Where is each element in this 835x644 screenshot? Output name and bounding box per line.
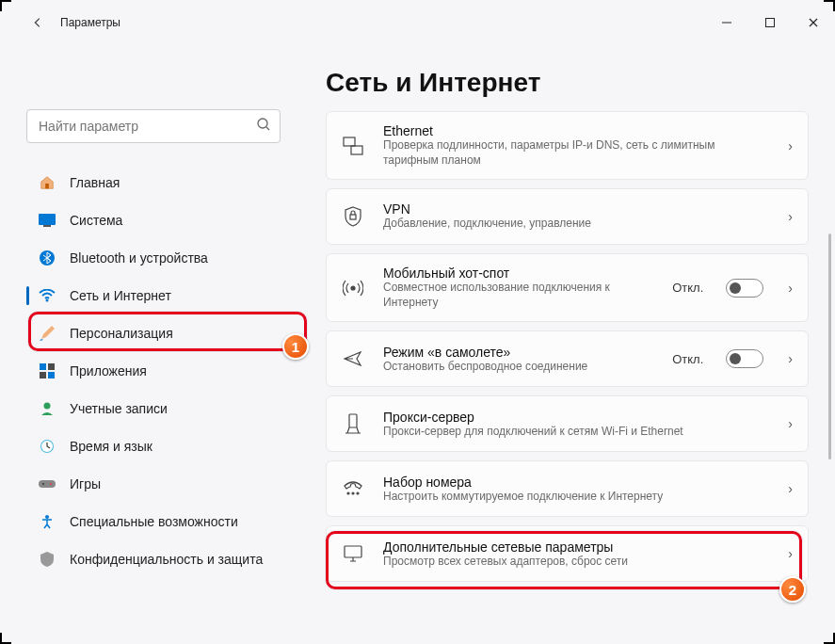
svg-point-8 (46, 299, 49, 302)
card-airplane[interactable]: Режим «в самолете» Остановить беспроводн… (326, 330, 809, 387)
card-desc: Прокси-сервер для подключений к сетям Wi… (383, 425, 771, 440)
chevron-right-icon: › (788, 138, 793, 153)
card-title: VPN (383, 201, 771, 217)
shield-icon (38, 550, 56, 569)
minimize-button[interactable] (705, 8, 748, 38)
svg-point-26 (352, 492, 354, 494)
sidebar-item-apps[interactable]: Приложения (26, 352, 294, 390)
hotspot-toggle[interactable] (726, 279, 763, 298)
sidebar-item-label: Система (70, 213, 122, 228)
card-hotspot[interactable]: Мобильный хот-спот Совместное использова… (326, 253, 809, 322)
apps-icon (38, 362, 56, 380)
toggle-state: Откл. (672, 352, 703, 366)
svg-point-25 (347, 492, 349, 494)
svg-rect-1 (766, 19, 775, 27)
svg-point-13 (44, 403, 51, 410)
svg-point-17 (42, 483, 44, 485)
home-icon (38, 173, 56, 192)
chevron-right-icon: › (788, 416, 793, 431)
system-icon (38, 211, 56, 230)
card-title: Прокси-сервер (383, 410, 771, 425)
card-title: Ethernet (383, 123, 771, 138)
sidebar-item-system[interactable]: Система (26, 201, 294, 239)
svg-rect-21 (351, 146, 362, 154)
scrollbar[interactable] (828, 233, 831, 459)
titlebar: Параметры (0, 0, 835, 45)
card-proxy[interactable]: Прокси-сервер Прокси-сервер для подключе… (326, 395, 809, 452)
svg-point-23 (351, 286, 355, 290)
card-title: Дополнительные сетевые параметры (383, 539, 771, 555)
sidebar-item-bluetooth[interactable]: Bluetooth и устройства (26, 239, 294, 277)
search-input[interactable] (26, 109, 281, 143)
sidebar-item-label: Bluetooth и устройства (70, 250, 208, 266)
page-title: Сеть и Интернет (326, 68, 809, 98)
chevron-right-icon: › (788, 481, 793, 496)
card-desc: Просмотр всех сетевых адаптеров, сброс с… (383, 555, 771, 570)
sidebar-item-network[interactable]: Сеть и Интернет (26, 277, 294, 314)
card-title: Набор номера (383, 475, 771, 490)
chevron-right-icon: › (788, 546, 793, 561)
svg-point-2 (258, 119, 267, 128)
sidebar-item-label: Конфиденциальность и защита (70, 552, 263, 567)
close-button[interactable] (792, 8, 835, 38)
clock-icon (38, 437, 56, 456)
card-vpn[interactable]: VPN Добавление, подключение, управление … (326, 188, 809, 245)
svg-line-3 (266, 127, 269, 130)
svg-rect-5 (39, 214, 56, 225)
sidebar-item-personalization[interactable]: Персонализация (26, 314, 294, 352)
card-advanced-network[interactable]: Дополнительные сетевые параметры Просмот… (326, 525, 809, 582)
chevron-right-icon: › (788, 209, 793, 224)
svg-rect-11 (40, 372, 46, 378)
airplane-icon (340, 349, 366, 368)
sidebar-item-privacy[interactable]: Конфиденциальность и защита (26, 540, 294, 578)
gamepad-icon (38, 475, 56, 493)
ethernet-icon (340, 137, 366, 155)
sidebar-item-accounts[interactable]: Учетные записи (26, 390, 294, 427)
card-desc: Настроить коммутируемое подключение к Ин… (383, 490, 771, 505)
sidebar-item-label: Приложения (70, 363, 147, 378)
card-desc: Добавление, подключение, управление (383, 217, 771, 232)
svg-rect-20 (344, 137, 355, 146)
wifi-icon (38, 286, 56, 305)
svg-point-19 (45, 515, 49, 519)
hotspot-icon (340, 279, 366, 298)
bluetooth-icon (38, 249, 56, 267)
card-ethernet[interactable]: Ethernet Проверка подлинности, параметры… (326, 111, 809, 180)
phone-icon (340, 480, 366, 497)
sidebar-item-home[interactable]: Главная (26, 164, 294, 201)
toggle-state: Откл. (672, 281, 703, 295)
svg-rect-22 (350, 215, 356, 219)
person-icon (38, 399, 56, 418)
sidebar-item-accessibility[interactable]: Специальные возможности (26, 503, 294, 540)
svg-rect-12 (48, 372, 55, 378)
content-area: Сеть и Интернет Ethernet Проверка подлин… (301, 45, 835, 644)
sidebar: Главная Система Bluetooth и устройства С… (0, 45, 301, 644)
sidebar-item-label: Главная (70, 175, 120, 190)
svg-rect-4 (45, 184, 49, 188)
chevron-right-icon: › (788, 351, 793, 366)
card-dialup[interactable]: Набор номера Настроить коммутируемое под… (326, 460, 809, 517)
svg-point-27 (357, 492, 359, 494)
brush-icon (38, 324, 56, 343)
sidebar-item-label: Специальные возможности (70, 514, 238, 529)
sidebar-item-label: Учетные записи (70, 401, 168, 416)
svg-rect-16 (39, 480, 56, 488)
sidebar-item-time[interactable]: Время и язык (26, 427, 294, 465)
back-button[interactable] (23, 8, 53, 38)
airplane-toggle[interactable] (726, 349, 763, 368)
accessibility-icon (38, 512, 56, 531)
card-desc: Совместное использование подключения к И… (383, 281, 655, 310)
app-title: Параметры (60, 16, 120, 29)
card-desc: Проверка подлинности, параметры IP-и DNS… (383, 138, 771, 168)
proxy-icon (340, 413, 366, 434)
card-title: Режим «в самолете» (383, 345, 655, 360)
svg-rect-9 (40, 363, 46, 370)
sidebar-item-label: Сеть и Интернет (70, 288, 171, 303)
sidebar-item-gaming[interactable]: Игры (26, 465, 294, 503)
svg-rect-6 (43, 225, 51, 227)
maximize-button[interactable] (748, 8, 792, 38)
search-icon (256, 117, 271, 136)
monitor-icon (340, 544, 366, 563)
card-desc: Остановить беспроводное соединение (383, 360, 655, 375)
svg-rect-10 (48, 363, 55, 370)
